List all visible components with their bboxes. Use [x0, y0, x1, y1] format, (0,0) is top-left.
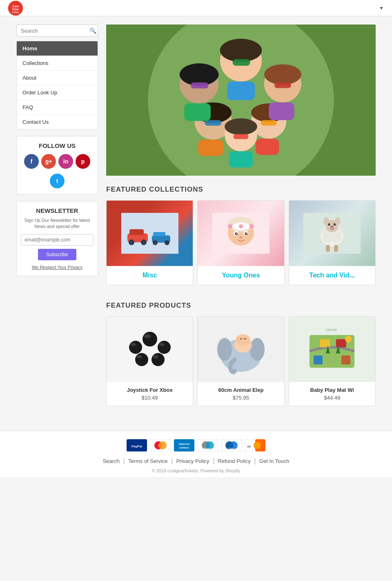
products-grid: Joystick For Xbox $10.49 — [106, 316, 376, 406]
svg-rect-21 — [261, 120, 277, 126]
svg-point-51 — [236, 233, 237, 234]
svg-rect-26 — [184, 103, 211, 121]
svg-point-37 — [165, 240, 169, 245]
collection-img-young — [198, 201, 284, 266]
collection-card-tech[interactable]: Tech and Vid... — [289, 200, 376, 285]
instagram-icon[interactable]: in — [58, 154, 73, 169]
nav-item-collections[interactable]: Collections — [17, 56, 98, 71]
product-card-joystick[interactable]: Joystick For Xbox $10.49 — [106, 316, 193, 406]
collection-card-misc[interactable]: Misc — [106, 200, 193, 285]
collection-label-tech: Tech and Vid... — [289, 266, 375, 285]
product-price-playmat: $44.49 — [294, 395, 370, 401]
svg-point-17 — [225, 118, 257, 135]
mastercard-icon — [150, 439, 171, 451]
facebook-icon[interactable]: f — [24, 154, 39, 169]
footer-copyright: © 2018 coolgearforkids. Powered by Shopi… — [0, 468, 392, 473]
svg-point-61 — [331, 232, 341, 243]
svg-rect-22 — [205, 120, 221, 126]
svg-point-85 — [217, 338, 232, 361]
cart-dropdown[interactable]: ▼ — [379, 5, 384, 11]
svg-rect-20 — [191, 83, 208, 89]
nav-item-home[interactable]: Home — [17, 41, 98, 56]
footer-link-contact[interactable]: Get In Touch — [255, 458, 293, 464]
featured-collections-title: FEATURED COLLECTIONS — [106, 185, 376, 194]
svg-rect-34 — [129, 229, 144, 235]
cirrus-icon: Cirrus — [221, 439, 242, 451]
search-box[interactable]: 🔍 — [16, 25, 98, 37]
pinterest-icon[interactable]: p — [76, 154, 90, 169]
svg-point-73 — [143, 332, 157, 346]
hero-kids-illustration — [106, 25, 376, 176]
svg-rect-24 — [227, 81, 255, 100]
cart-label: ▼ — [379, 5, 384, 11]
svg-rect-18 — [233, 59, 250, 66]
svg-point-75 — [158, 341, 171, 354]
featured-products-section: FEATURED PRODUCTS — [106, 302, 376, 406]
google-plus-icon[interactable]: g+ — [41, 154, 56, 169]
svg-point-12 — [220, 39, 262, 62]
nav-item-contact[interactable]: Contact Us — [17, 115, 98, 129]
svg-point-80 — [159, 343, 165, 346]
svg-point-52 — [246, 233, 247, 234]
svg-text:AMERICAN: AMERICAN — [179, 443, 190, 445]
svg-rect-19 — [274, 83, 291, 88]
product-name-elephant: 60cm Animal Elep — [203, 387, 279, 393]
product-card-playmat[interactable]: JJouse — [289, 316, 376, 406]
collection-img-misc — [107, 201, 193, 266]
svg-rect-25 — [269, 103, 294, 120]
footer-link-search[interactable]: Search — [99, 458, 124, 464]
product-card-elephant[interactable]: 60cm Animal Elep $75.95 — [197, 316, 284, 406]
svg-point-82 — [153, 355, 158, 358]
svg-point-33 — [141, 239, 147, 245]
featured-collections-section: FEATURED COLLECTIONS — [106, 185, 376, 285]
footer-links: Search Terms of Service Privacy Policy R… — [0, 458, 392, 464]
cart-area[interactable]: ▼ — [379, 5, 384, 11]
featured-products-title: FEATURED PRODUCTS — [106, 302, 376, 310]
search-icon[interactable]: 🔍 — [89, 27, 96, 34]
product-info-playmat: Baby Play Mat Wi $44.49 — [289, 382, 375, 406]
nav-item-about[interactable]: About — [17, 71, 98, 85]
privacy-link[interactable]: We Respect Your Privacy — [32, 265, 82, 270]
product-info-elephant: 60cm Animal Elep $75.95 — [198, 382, 284, 406]
twitter-icon[interactable]: t — [50, 174, 65, 188]
svg-point-79 — [130, 343, 136, 346]
collection-card-young[interactable]: Young Ones — [197, 200, 284, 285]
svg-point-74 — [129, 341, 142, 354]
logo[interactable]: Cool Gear 4 Kids — [8, 1, 23, 16]
newsletter-title: NEWSLETTER — [21, 207, 94, 214]
svg-point-13 — [264, 64, 301, 85]
product-price-joystick: $10.49 — [111, 395, 188, 401]
nav-item-faq[interactable]: FAQ — [17, 100, 98, 115]
svg-point-103 — [158, 441, 167, 449]
amex-icon: AMERICAN EXPRESS — [174, 439, 194, 451]
collections-grid: Misc — [106, 200, 376, 285]
nav-menu: Home Collections About Order Look Up FAQ… — [16, 41, 98, 130]
footer-link-privacy[interactable]: Privacy Policy — [172, 458, 214, 464]
nav-item-order-lookup[interactable]: Order Look Up — [17, 85, 98, 100]
collection-img-tech — [289, 201, 375, 266]
paypal-icon: PayPal — [127, 439, 147, 451]
collection-label-misc: Misc — [107, 266, 193, 285]
main-content: FEATURED COLLECTIONS — [106, 25, 376, 422]
svg-text:DIS: DIS — [247, 445, 251, 448]
svg-point-81 — [136, 355, 142, 358]
svg-point-88 — [236, 334, 250, 346]
newsletter-email-input[interactable] — [21, 234, 94, 246]
svg-rect-95 — [341, 355, 350, 364]
svg-text:EXPRESS: EXPRESS — [179, 447, 189, 449]
footer-link-refund[interactable]: Refund Policy — [214, 458, 255, 464]
maestro-icon: Maestro — [198, 439, 218, 451]
footer-link-tos[interactable]: Terms of Service — [124, 458, 172, 464]
svg-point-117 — [254, 442, 261, 449]
svg-text:4 Kids: 4 Kids — [12, 11, 20, 13]
subscribe-button[interactable]: Subscribe — [38, 249, 76, 260]
discover-icon: DIS — [245, 439, 265, 451]
search-input[interactable] — [21, 28, 89, 34]
product-price-elephant: $75.95 — [203, 395, 279, 401]
svg-rect-71 — [334, 245, 338, 252]
logo-icon: Cool Gear 4 Kids — [8, 1, 23, 16]
svg-point-98 — [345, 336, 352, 342]
page-footer: PayPal AMERICAN EXPRESS Maestro — [0, 431, 392, 477]
product-img-elephant — [198, 317, 284, 382]
svg-rect-70 — [326, 245, 330, 252]
